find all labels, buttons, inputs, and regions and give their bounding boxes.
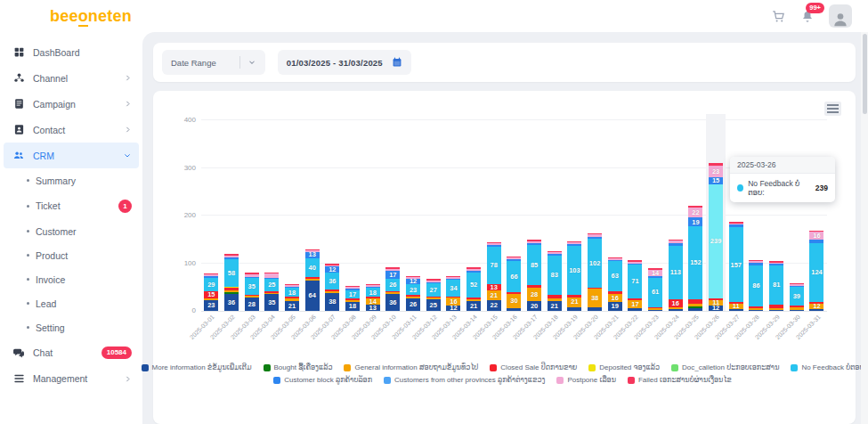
- sidebar-subitem-ticket[interactable]: Ticket1: [0, 192, 142, 219]
- segment-no-feedback[interactable]: 23: [406, 284, 420, 295]
- segment-failed[interactable]: [325, 264, 339, 265]
- segment-postpone[interactable]: [224, 256, 239, 258]
- segment-customer-block[interactable]: [487, 245, 501, 247]
- segment-customer-block[interactable]: [567, 244, 581, 246]
- segment-customer-block[interactable]: 13: [305, 252, 320, 258]
- segment-no-feedback[interactable]: 81: [769, 265, 783, 304]
- segment-closed-sale[interactable]: [588, 288, 602, 289]
- segment-postpone[interactable]: [466, 269, 481, 271]
- bar-2025-03-23[interactable]: 61142025-03-23: [645, 121, 666, 311]
- segment-more-information[interactable]: 21: [548, 301, 562, 311]
- segment-general-information[interactable]: 17: [628, 300, 642, 308]
- segment-more-information[interactable]: [507, 308, 521, 311]
- segment-no-feedback[interactable]: 35: [245, 278, 259, 295]
- legend-item-deposited[interactable]: Deposited ຈອງແລ້ວ: [588, 363, 660, 371]
- segment-postpone[interactable]: [406, 277, 420, 279]
- bar-2025-03-14[interactable]: 21522025-03-14: [464, 121, 484, 311]
- legend-item-doc-calletion[interactable]: Doc_calletion ປະກອບເອກະສານ: [671, 363, 779, 371]
- segment-more-information[interactable]: 22: [487, 300, 501, 311]
- segment-no-feedback[interactable]: 124: [809, 243, 823, 302]
- segment-postpone[interactable]: 22: [688, 208, 702, 218]
- segment-closed-sale[interactable]: [567, 295, 581, 297]
- segment-closed-sale[interactable]: [224, 288, 239, 289]
- segment-customer-block[interactable]: [669, 243, 683, 246]
- segment-failed[interactable]: [466, 267, 481, 269]
- segment-postpone[interactable]: [790, 284, 804, 286]
- sidebar-item-chat[interactable]: Chat10584: [0, 339, 142, 366]
- legend-item-closed-sale[interactable]: Closed Sale ປິດການຂາຍ: [490, 363, 577, 371]
- segment-failed[interactable]: [648, 268, 662, 270]
- scrollbar-thumb[interactable]: [863, 34, 867, 114]
- segment-closed-sale[interactable]: [809, 302, 823, 304]
- bar-2025-03-25[interactable]: 15219222025-03-25: [685, 121, 706, 311]
- segment-postpone[interactable]: [567, 242, 581, 244]
- segment-more-information[interactable]: [749, 310, 763, 312]
- segment-postpone[interactable]: [548, 252, 562, 254]
- segment-more-information[interactable]: 36: [385, 294, 400, 311]
- bar-2025-03-09[interactable]: 1314182025-03-09: [362, 121, 383, 311]
- segment-more-information[interactable]: 21: [466, 301, 481, 311]
- segment-closed-sale[interactable]: 16: [669, 299, 683, 307]
- segment-more-information[interactable]: 38: [325, 293, 339, 311]
- segment-no-feedback[interactable]: 26: [385, 279, 400, 291]
- bar-2025-03-07[interactable]: 3836122025-03-07: [322, 121, 343, 311]
- segment-postpone[interactable]: [385, 269, 400, 271]
- segment-general-information[interactable]: [264, 293, 279, 295]
- bar-2025-03-04[interactable]: 35252025-03-04: [262, 121, 282, 311]
- segment-customer-block[interactable]: [628, 264, 642, 265]
- segment-failed[interactable]: [527, 240, 541, 241]
- segment-no-feedback[interactable]: 18: [285, 288, 299, 297]
- segment-closed-sale[interactable]: [608, 291, 622, 294]
- segment-no-feedback[interactable]: 83: [548, 256, 562, 295]
- bar-2025-03-05[interactable]: 21182025-03-05: [282, 121, 303, 311]
- segment-failed[interactable]: [264, 273, 279, 274]
- segment-postpone[interactable]: [446, 277, 460, 279]
- segment-general-information[interactable]: [790, 307, 804, 309]
- segment-customer-block[interactable]: 19: [688, 217, 702, 226]
- user-avatar[interactable]: [829, 4, 852, 28]
- segment-failed[interactable]: [204, 273, 218, 275]
- segment-customer-block[interactable]: [345, 289, 360, 290]
- segment-failed[interactable]: [688, 206, 702, 208]
- segment-failed[interactable]: [487, 242, 501, 244]
- segment-closed-sale[interactable]: [406, 295, 420, 297]
- bar-2025-03-18[interactable]: 21832025-03-18: [544, 121, 564, 311]
- bar-2025-03-02[interactable]: 36582025-03-02: [222, 121, 242, 311]
- segment-postpone[interactable]: [527, 241, 541, 243]
- segment-no-feedback[interactable]: 61: [648, 278, 662, 307]
- segment-closed-sale[interactable]: [466, 298, 481, 299]
- segment-closed-sale[interactable]: [648, 307, 662, 309]
- segment-customer-block[interactable]: [507, 259, 521, 261]
- legend-item-general-information[interactable]: General information ສອບຖາມຂໍ້ມູນທົ່ວໄປ: [344, 363, 478, 371]
- segment-general-information[interactable]: 11: [729, 304, 743, 309]
- segment-failed[interactable]: [749, 260, 763, 262]
- segment-failed[interactable]: [385, 267, 400, 269]
- segment-general-information[interactable]: [325, 291, 339, 293]
- sidebar-item-dashboard[interactable]: DashBoard: [0, 39, 142, 65]
- segment-more-information[interactable]: [688, 308, 702, 311]
- bar-2025-03-31[interactable]: 12124162025-03-31: [807, 121, 827, 311]
- bar-2025-03-21[interactable]: 1916632025-03-21: [604, 121, 625, 311]
- segment-general-information[interactable]: 11: [709, 300, 723, 306]
- sidebar-item-crm[interactable]: CRM: [4, 143, 139, 168]
- legend-item-customers-from-other-provinces[interactable]: Customers from other provinces ລູກຄ້າຕ່າ…: [384, 376, 545, 384]
- segment-no-feedback[interactable]: 113: [669, 246, 683, 299]
- segment-failed[interactable]: [608, 257, 622, 259]
- segment-no-feedback[interactable]: 71: [628, 265, 642, 298]
- segment-failed[interactable]: [567, 241, 581, 243]
- sidebar-subitem-setting[interactable]: Setting: [0, 315, 142, 339]
- segment-no-feedback[interactable]: 239: [709, 184, 723, 298]
- segment-general-information[interactable]: [204, 298, 218, 300]
- segment-failed[interactable]: [669, 240, 683, 241]
- legend-item-postpone[interactable]: Postpone ເລື່ອນ: [556, 376, 616, 384]
- segment-closed-sale[interactable]: [709, 298, 723, 300]
- segment-failed[interactable]: [709, 163, 723, 166]
- segment-no-feedback[interactable]: 157: [729, 227, 743, 302]
- legend-item-more-information[interactable]: More information ຂໍຂໍ້ມູນເພີ່ມເຕີມ: [142, 363, 252, 371]
- segment-customer-block[interactable]: [729, 224, 743, 227]
- bar-2025-03-08[interactable]: 18172025-03-08: [343, 121, 363, 311]
- bar-2025-03-27[interactable]: 111572025-03-27: [726, 121, 746, 311]
- segment-no-feedback[interactable]: 36: [325, 273, 339, 289]
- segment-general-information[interactable]: [749, 308, 763, 310]
- segment-general-information[interactable]: 38: [588, 289, 602, 306]
